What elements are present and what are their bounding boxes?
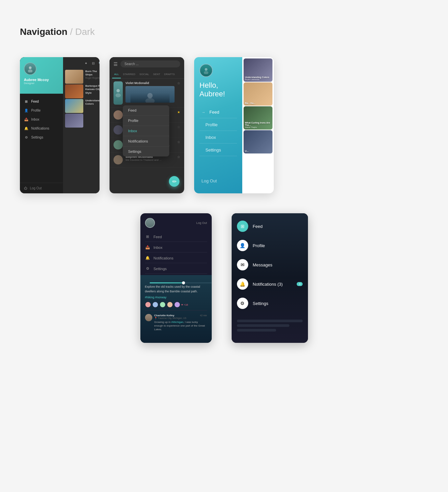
nav-item-profile[interactable]: 👤 Profile xyxy=(232,236,308,255)
bell-icon: 🔔 xyxy=(240,281,245,287)
nav-item-settings[interactable]: ⚙ Settings xyxy=(20,133,63,142)
search-bar[interactable]: Search ... xyxy=(120,60,180,67)
mockup-3: Hello, Aubree! → Feed Profile Inbox Sett… xyxy=(194,57,274,193)
tab-starred[interactable]: STARRED xyxy=(121,71,137,78)
nav-item-messages[interactable]: ✉ Messages xyxy=(232,255,308,274)
feed-item: Understanding Colors xyxy=(65,99,100,113)
m5-nav: ⊞ Feed 👤 Profile ✉ Messages 🔔 N xyxy=(232,213,308,316)
star-icon[interactable]: ☆ xyxy=(177,125,180,129)
greeting-text: Hello, Aubree! xyxy=(199,81,237,98)
dropdown-item-feed[interactable]: Feed xyxy=(123,105,169,116)
star-icon[interactable]: ☆ xyxy=(177,155,180,159)
award-icon[interactable]: ✦ xyxy=(83,60,89,66)
hamburger-icon[interactable]: ☰ xyxy=(113,61,118,67)
card-author: Bryan Lawrence xyxy=(245,78,271,80)
comment-item: Charlotte Kelley 42 min 📍 Traverse City,… xyxy=(145,310,207,332)
dropdown-item-profile[interactable]: Profile xyxy=(123,116,169,126)
user-role: Designer xyxy=(24,82,35,85)
nav-item-notifications[interactable]: 🔔 Notifications xyxy=(145,253,207,263)
star-icon[interactable]: ☆ xyxy=(177,140,180,144)
user-name: Aubree Mccoy xyxy=(24,78,49,82)
sliders-icon[interactable]: ⊟ xyxy=(90,60,97,66)
nav-label-settings: Settings xyxy=(31,136,43,139)
compose-fab[interactable]: ✏ xyxy=(169,176,180,187)
nav-item-inbox[interactable]: Inbox xyxy=(199,132,237,144)
dropdown-item-inbox[interactable]: Inbox xyxy=(123,126,169,136)
power-icon: ⏻ xyxy=(24,186,27,190)
nav-item-inbox[interactable]: 📥 Inbox xyxy=(20,115,63,124)
progress-dot xyxy=(182,281,185,284)
message-list: Violet Mcdonalid ☆ ... ★ xyxy=(110,79,184,193)
nav-item-settings[interactable]: Settings xyxy=(199,144,237,156)
star-icon[interactable]: ☆ xyxy=(177,81,180,85)
svg-point-1 xyxy=(28,69,33,72)
search-icon[interactable]: 🔍 xyxy=(97,60,100,66)
nav-label: Inbox xyxy=(154,246,163,249)
card-title: What Curling Irons Are The... xyxy=(245,122,271,126)
nav-item-notifications[interactable]: 🔔 Notifications (3) 3 xyxy=(232,274,308,294)
nav-item-notifications[interactable]: 🔔 Notifications xyxy=(20,124,63,133)
logout-button[interactable]: Log Out xyxy=(199,175,237,187)
nav-item-settings[interactable]: ⚙ Settings xyxy=(232,294,308,313)
sender-avatar xyxy=(113,155,123,164)
reactions: ♥+16 xyxy=(145,302,207,308)
feed-thumbnail xyxy=(65,114,83,128)
logout-button[interactable]: ⏻ Log Out xyxy=(20,183,63,193)
feed-title: Understanding Colors xyxy=(85,99,100,106)
svg-point-7 xyxy=(204,71,208,74)
tab-drafts[interactable]: DRAFTS xyxy=(162,71,177,78)
person-icon: 👤 xyxy=(24,109,29,112)
nav-item-settings[interactable]: ⚙ Settings xyxy=(145,264,207,274)
card-author: Mabel Thighs xyxy=(245,126,271,128)
reaction-avatar xyxy=(167,302,173,308)
user-avatar xyxy=(145,218,155,228)
logout-button[interactable]: Log Out xyxy=(196,221,207,225)
nav-label-feed: Feed xyxy=(31,100,39,103)
nav-label: Feed xyxy=(209,110,219,115)
star-icon[interactable]: ★ xyxy=(177,110,180,114)
nav-item-inbox[interactable]: 📥 Inbox xyxy=(145,243,207,252)
feed-items: Burn The Ships Roger Rogers Barbeque Rib… xyxy=(63,68,100,193)
bell-icon: 🔔 xyxy=(145,256,150,260)
nav-label-inbox: Inbox xyxy=(31,118,39,121)
side-card[interactable]: Ra... Ka... xyxy=(244,82,272,106)
tab-all[interactable]: ALL xyxy=(112,71,121,78)
search-placeholder: Search ... xyxy=(124,62,139,66)
logout-label: Log Out xyxy=(30,186,42,190)
reaction-avatar xyxy=(174,302,180,308)
dropdown-item-settings[interactable]: Settings xyxy=(123,147,169,156)
sender-avatar xyxy=(113,140,123,149)
page-title: Navigation / Dark xyxy=(20,27,428,37)
gear-icon: ⚙ xyxy=(145,266,150,271)
dropdown-item-notifications[interactable]: Notifications xyxy=(123,136,169,147)
side-card[interactable]: U... xyxy=(244,130,272,153)
content-topbar: ✦ ⊟ 🔍 xyxy=(63,57,100,68)
m1-header: Aubree Mccoy Designer xyxy=(20,57,63,94)
commenter-avatar xyxy=(145,314,152,321)
sender-avatar xyxy=(113,81,123,105)
nav-label: Feed xyxy=(154,235,162,239)
arrow-icon: → xyxy=(201,110,205,115)
mockup-4: Log Out ⊞ Feed 📥 Inbox 🔔 Notifications ⚙… xyxy=(140,213,212,343)
card-title: Ra... Ka... xyxy=(245,102,271,104)
tab-sent[interactable]: SENT xyxy=(151,71,162,78)
m1-avatar xyxy=(24,62,37,75)
nav-item-feed[interactable]: → Feed xyxy=(199,106,237,118)
nav-item-profile[interactable]: 👤 Profile xyxy=(20,106,63,115)
nav-item-feed[interactable]: ⊞ Feed xyxy=(145,232,207,242)
progress-fill xyxy=(150,282,184,283)
m4-content: Explore the old tracks used by the coast… xyxy=(140,275,212,343)
nav-item-profile[interactable]: Profile xyxy=(199,119,237,131)
envelope-icon: ✉ xyxy=(241,262,245,267)
nav-item-feed[interactable]: ⊞ Feed xyxy=(20,97,63,106)
side-card[interactable]: Understanding Colors Bryan Lawrence xyxy=(244,58,272,82)
svg-point-0 xyxy=(29,66,32,69)
message-item[interactable]: Violet Mcdonalid ☆ xyxy=(110,79,184,108)
feed-thumbnail xyxy=(65,70,83,84)
side-card[interactable]: What Curling Irons Are The... Mabel Thig… xyxy=(244,106,272,130)
nav-item-feed[interactable]: ⊞ Feed xyxy=(232,217,308,236)
blurred-content xyxy=(232,316,308,343)
feed-item: Barbeque Ribs Kansas City Style xyxy=(65,84,100,98)
tab-social[interactable]: SOCIAL xyxy=(137,71,151,78)
grid-icon: ⊞ xyxy=(241,224,245,229)
